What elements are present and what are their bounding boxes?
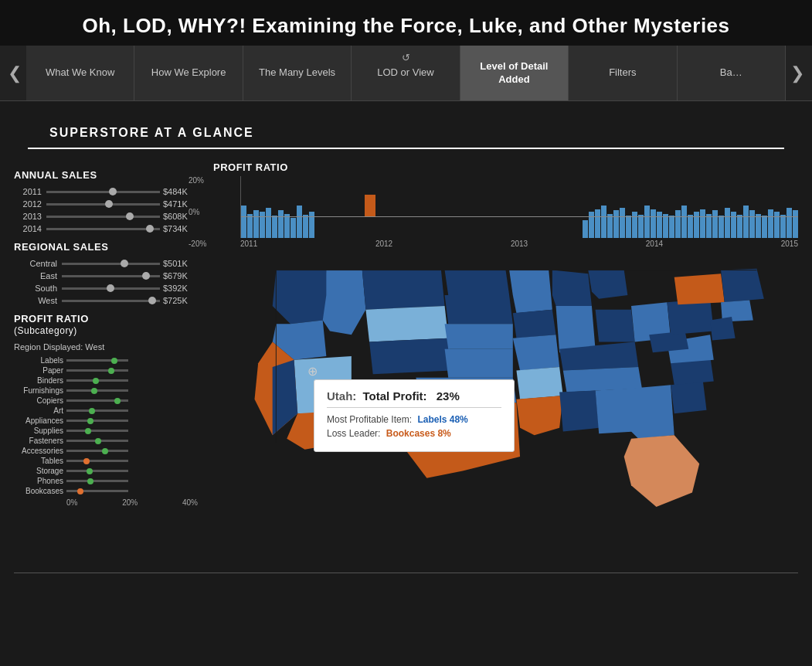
bar bbox=[651, 209, 656, 238]
bar bbox=[743, 206, 749, 238]
state-indiana[interactable] bbox=[596, 310, 635, 342]
bar bbox=[638, 215, 644, 238]
bar bbox=[626, 216, 631, 238]
state-west-virginia[interactable] bbox=[649, 331, 688, 353]
bar bbox=[706, 214, 712, 238]
state-mississippi[interactable] bbox=[559, 391, 599, 432]
state-missouri[interactable] bbox=[513, 335, 559, 370]
state-arkansas[interactable] bbox=[516, 367, 562, 399]
tab-how-we-explore[interactable]: How We Explore bbox=[134, 46, 243, 100]
state-florida[interactable] bbox=[624, 435, 700, 507]
state-kansas[interactable] bbox=[445, 349, 513, 378]
state-vermont-nh-maine[interactable] bbox=[721, 269, 764, 303]
section-title-wrapper: SUPERSTORE AT A GLANCE bbox=[0, 101, 812, 154]
sub-row-accessories: Accessories bbox=[14, 447, 198, 455]
bar bbox=[712, 210, 718, 238]
bar bbox=[297, 206, 302, 238]
bar bbox=[675, 210, 681, 238]
state-north-dakota[interactable] bbox=[445, 270, 510, 296]
annual-sales-title: ANNUAL SALES bbox=[14, 169, 198, 181]
section-title: SUPERSTORE AT A GLANCE bbox=[28, 112, 784, 149]
bars-flex bbox=[241, 198, 798, 238]
tab-ba[interactable]: Ba… bbox=[678, 46, 786, 100]
state-nj-md-de[interactable] bbox=[710, 317, 736, 341]
bar bbox=[793, 210, 798, 238]
state-colorado[interactable] bbox=[369, 338, 452, 374]
state-tennessee[interactable] bbox=[563, 367, 642, 392]
state-michigan[interactable] bbox=[588, 270, 627, 299]
nav-right-arrow[interactable]: ❯ bbox=[786, 63, 809, 83]
bar bbox=[247, 214, 253, 238]
state-washington[interactable] bbox=[273, 270, 330, 325]
state-south-dakota[interactable] bbox=[445, 295, 513, 324]
state-georgia[interactable] bbox=[631, 385, 674, 439]
state-minnesota[interactable] bbox=[509, 270, 552, 314]
bar bbox=[601, 206, 606, 238]
tab-level-of-detail[interactable]: Level of Detail Added bbox=[460, 46, 569, 100]
navigation-bar: ↺ ❮ What We Know How We Explore The Many… bbox=[0, 46, 812, 101]
regional-sales-title: REGIONAL SALES bbox=[14, 241, 198, 253]
state-nebraska[interactable] bbox=[445, 324, 513, 349]
tab-what-we-know[interactable]: What We Know bbox=[26, 46, 134, 100]
tab-filters[interactable]: Filters bbox=[569, 46, 677, 100]
bottom-divider bbox=[14, 573, 798, 573]
bar bbox=[272, 216, 277, 238]
state-wyoming[interactable] bbox=[365, 306, 448, 341]
us-map[interactable]: Utah: Total Profit: 23% Most Profitable … bbox=[213, 256, 798, 557]
sub-row-binders: Binders bbox=[14, 376, 198, 385]
left-panel: ANNUAL SALES 2011 $484K 2012 $471K 2013 … bbox=[14, 161, 206, 557]
state-idaho[interactable] bbox=[323, 270, 366, 335]
profit-bars-container bbox=[241, 176, 798, 238]
state-iowa[interactable] bbox=[513, 310, 556, 338]
profit-x-labels: 2011 2012 2013 2014 2015 bbox=[240, 240, 798, 248]
bar bbox=[644, 206, 650, 238]
bar bbox=[780, 215, 786, 238]
tab-many-levels[interactable]: The Many Levels bbox=[243, 46, 352, 100]
chart-wrapper: 20% 0% -20% bbox=[213, 176, 798, 248]
map-tooltip: Utah: Total Profit: 23% Most Profitable … bbox=[314, 379, 515, 452]
sub-row-bookcases: Bookcases bbox=[14, 487, 198, 495]
bar bbox=[266, 208, 271, 238]
sub-row-furnishings: Furnishings bbox=[14, 386, 198, 395]
profit-ratio-sub-section: PROFIT RATIO (Subcategory) Region Displa… bbox=[14, 313, 198, 507]
state-pennsylvania[interactable] bbox=[667, 299, 713, 335]
sub-row-copiers: Copiers bbox=[14, 396, 198, 405]
positive-bars bbox=[241, 198, 798, 238]
bar bbox=[688, 215, 693, 238]
annual-sales-section: ANNUAL SALES 2011 $484K 2012 $471K 2013 … bbox=[14, 169, 198, 233]
reset-icon[interactable]: ↺ bbox=[402, 52, 410, 63]
bar bbox=[253, 210, 259, 238]
regional-sales-row-3: West $725K bbox=[14, 296, 198, 305]
tooltip-title: Utah: Total Profit: 23% bbox=[327, 389, 501, 403]
annual-sales-row-0: 2011 $484K bbox=[14, 187, 198, 196]
negative-bar bbox=[365, 195, 375, 216]
state-alabama[interactable] bbox=[596, 389, 635, 434]
page-title: Oh, LOD, WHY?! Examining the Force, Luke… bbox=[8, 14, 804, 38]
state-wisconsin[interactable] bbox=[552, 270, 592, 306]
state-south-carolina[interactable] bbox=[671, 382, 706, 414]
right-panel: PROFIT RATIO 20% 0% -20% bbox=[206, 161, 798, 557]
state-new-york[interactable] bbox=[674, 274, 725, 304]
bar bbox=[278, 210, 284, 238]
bar bbox=[303, 215, 308, 238]
bar bbox=[749, 210, 755, 238]
tooltip-loss-leader: Loss Leader: Bookcases 8% bbox=[327, 428, 501, 439]
sub-row-paper: Paper bbox=[14, 366, 198, 375]
bar bbox=[700, 209, 705, 238]
state-illinois[interactable] bbox=[556, 306, 596, 352]
sub-row-storage: Storage bbox=[14, 467, 198, 475]
bar bbox=[681, 206, 687, 238]
profit-ratio-sub-title: PROFIT RATIO (Subcategory) bbox=[14, 313, 198, 336]
state-louisiana[interactable] bbox=[516, 396, 562, 435]
profit-y-labels: 20% 0% -20% bbox=[189, 176, 206, 248]
sub-row-appliances: Appliances bbox=[14, 416, 198, 425]
region-info: Region Displayed: West bbox=[14, 342, 198, 352]
zero-line bbox=[241, 216, 798, 217]
bar bbox=[756, 214, 761, 238]
state-montana[interactable] bbox=[362, 270, 445, 310]
nav-left-arrow[interactable]: ❮ bbox=[3, 63, 26, 83]
bar bbox=[725, 208, 730, 238]
profit-ratio-chart-section: PROFIT RATIO 20% 0% -20% bbox=[213, 161, 798, 248]
bar bbox=[620, 208, 625, 238]
sub-row-tables: Tables bbox=[14, 457, 198, 465]
